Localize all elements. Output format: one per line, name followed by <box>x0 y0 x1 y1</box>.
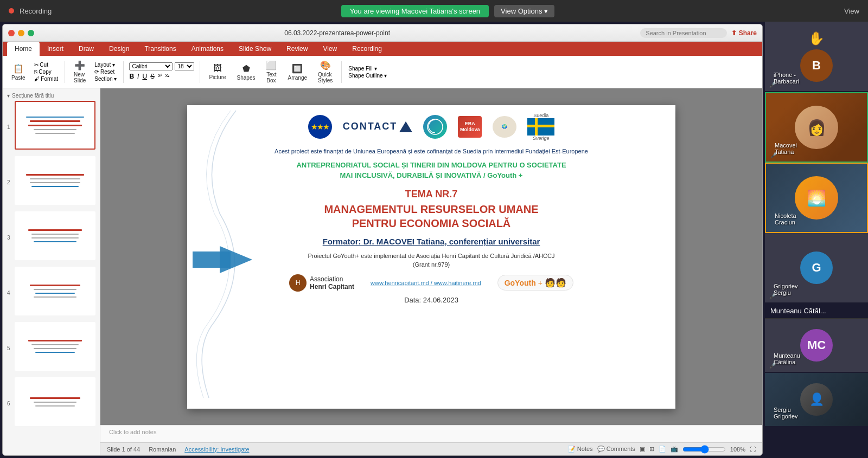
strikethrough-button[interactable]: S <box>150 73 155 80</box>
slide-date: Data: 24.06.2023 <box>187 294 675 306</box>
textbox-button[interactable]: ⬜ TextBox <box>261 58 281 86</box>
tab-slideshow[interactable]: Slide Show <box>231 42 279 56</box>
maximize-button[interactable] <box>28 30 34 36</box>
zoom-bar-right: View <box>844 7 859 15</box>
subscript-button[interactable]: x₂ <box>165 73 170 80</box>
tab-recording[interactable]: Recording <box>344 42 390 56</box>
title-bar: 06.03.2022-prezentarea-power-point ⬆ Sha… <box>3 24 762 42</box>
share-button[interactable]: ⬆ Share <box>731 29 757 37</box>
tab-draw[interactable]: Draw <box>71 42 101 56</box>
eba-logo: EBAMoldova <box>458 116 482 138</box>
slide-panel: ▾ Secțiune fără titlu 1 <box>3 88 100 455</box>
zoom-level: 108% <box>730 446 745 453</box>
superscript-button[interactable]: x² <box>158 73 162 80</box>
participant-name-4: Grigoriev Sergiu <box>774 283 798 296</box>
ribbon-tabs: Home Insert Draw Design Transitions Anim… <box>3 42 762 56</box>
video-feed-macovei: 👩 🎤 Macovei Tatiana <box>765 92 868 163</box>
view-reading[interactable]: 📄 <box>659 446 666 453</box>
cut-button[interactable]: ✂ Cut <box>34 62 58 68</box>
view-options-button[interactable]: View Options ▾ <box>494 5 554 17</box>
circle-logo <box>423 115 447 139</box>
quick-styles-button[interactable]: 🎨 QuickStyles <box>314 58 337 86</box>
slide-formator: Formator: Dr. MACOVEI Tatiana, conferenț… <box>187 231 675 248</box>
bold-button[interactable]: B <box>129 73 134 80</box>
picture-button[interactable]: 🖼 Picture <box>205 61 230 82</box>
arrange-button[interactable]: 🔲 Arrange <box>283 61 311 83</box>
tab-view[interactable]: View <box>315 42 344 56</box>
font-select[interactable]: Calibri <box>129 62 173 70</box>
henri-capitant-logo: H AssociationHenri Capitant <box>289 274 354 292</box>
tab-insert[interactable]: Insert <box>40 42 71 56</box>
italic-button[interactable]: I <box>137 73 139 80</box>
slide-eu-text: Acest proiect este finanțat de Uniunea E… <box>187 145 675 158</box>
slide-green-text: ANTREPRENORIATUL SOCIAL ȘI TINERII DIN M… <box>187 158 675 183</box>
zoom-bar-left: Recording <box>9 7 52 15</box>
tab-review[interactable]: Review <box>279 42 315 56</box>
participant-name-3: Nicoleta Craciun <box>775 212 796 225</box>
zoom-slider[interactable] <box>682 445 726 454</box>
slide-main: ★★★ CONTACT <box>100 88 762 455</box>
view-label: View <box>844 7 859 15</box>
view-presenter[interactable]: 📺 <box>671 446 678 453</box>
slide-thumb-1[interactable] <box>15 101 95 150</box>
video-feed-grigoriev: G 🎤 Grigoriev Sergiu <box>765 233 868 304</box>
video-panel: ✋ B 🎤 iPhone - Barbacari 👩 🎤 Macovei Tat… <box>765 22 868 458</box>
tab-transitions[interactable]: Transitions <box>137 42 183 56</box>
main-layout: 06.03.2022-prezentarea-power-point ⬆ Sha… <box>0 22 868 458</box>
format-button[interactable]: 🖌 Format <box>34 76 58 82</box>
close-button[interactable] <box>8 30 15 36</box>
minimize-button[interactable] <box>18 30 24 36</box>
reset-button[interactable]: ⟳ Reset <box>94 69 117 75</box>
underline-button[interactable]: U <box>142 73 147 80</box>
tab-home[interactable]: Home <box>7 42 40 56</box>
participant-name-5: Munteanu Cătălina <box>774 352 800 365</box>
view-grid[interactable]: ⊞ <box>649 446 654 453</box>
comments-button[interactable]: 💬 Comments <box>597 446 635 453</box>
section-button[interactable]: Section ▾ <box>94 76 117 82</box>
share-ribbon-button[interactable]: ⬆ Share ▾ <box>719 42 758 56</box>
ppt-window: 06.03.2022-prezentarea-power-point ⬆ Sha… <box>2 24 763 456</box>
slide-thumb-4[interactable] <box>15 267 95 315</box>
separator-4 <box>341 61 342 83</box>
proiect-text: Proiectul GoYouth+ este implementat de A… <box>308 253 555 259</box>
video-feed-munteanu: MC 🎤 Munteanu Cătălina <box>765 319 868 373</box>
slide-thumb-5[interactable] <box>15 322 95 371</box>
shapes-button[interactable]: ⬟ Shapes <box>233 61 260 83</box>
svg-point-2 <box>427 119 443 134</box>
separator-2 <box>123 61 124 83</box>
org-logo: 🌍 <box>493 116 516 138</box>
slide-thumb-3[interactable] <box>15 211 95 260</box>
tab-design[interactable]: Design <box>101 42 137 56</box>
video-feed-nicoleta: 🌅 Nicoleta Craciun <box>765 163 868 233</box>
avatar-5: MC <box>800 329 833 362</box>
window-title: 06.03.2022-prezentarea-power-point <box>284 29 390 37</box>
shape-fill-button[interactable]: Shape Fill ▾ <box>348 66 387 72</box>
search-input[interactable] <box>640 28 727 38</box>
status-bar: Slide 1 of 44 Romanian Accessibility: In… <box>100 442 762 455</box>
title-bar-right: ⬆ Share <box>640 28 757 38</box>
slide-logos-row: ★★★ CONTACT <box>187 105 675 145</box>
separator-1 <box>65 61 65 83</box>
layout-button[interactable]: Layout ▾ <box>94 62 117 68</box>
slide-notes[interactable]: Click to add notes <box>100 425 762 442</box>
font-size-select[interactable]: 18 <box>175 62 194 70</box>
notes-button[interactable]: 📝 Notes <box>568 446 593 453</box>
slide-thumb-2[interactable] <box>15 156 95 205</box>
zoom-bar-center: You are viewing Macovei Tatiana's screen… <box>341 5 555 17</box>
contact-logo: CONTACT <box>343 121 413 132</box>
recording-indicator <box>9 8 14 14</box>
slide-canvas-area[interactable]: ★★★ CONTACT <box>100 88 762 425</box>
new-slide-button[interactable]: ➕ NewSlide <box>69 58 90 86</box>
tab-animations[interactable]: Animations <box>184 42 231 56</box>
accessibility-label[interactable]: Accessibility: Investigate <box>184 446 249 453</box>
slide-thumb-6[interactable] <box>15 377 95 426</box>
paste-button[interactable]: 📋 Paste <box>7 61 30 83</box>
copy-button[interactable]: ⎘ Copy <box>34 69 58 75</box>
ribbon: Home Insert Draw Design Transitions Anim… <box>3 42 762 88</box>
view-normal[interactable]: ▣ <box>640 446 645 453</box>
section-label: ▾ Secțiune fără titlu <box>7 93 95 99</box>
fit-button[interactable]: ⛶ <box>750 446 756 453</box>
goyouth-logo: GoYouth + 🧑🧑 <box>497 275 573 291</box>
shape-outline-button[interactable]: Shape Outline ▾ <box>348 73 387 79</box>
slide-count: Slide 1 of 44 <box>107 446 140 453</box>
